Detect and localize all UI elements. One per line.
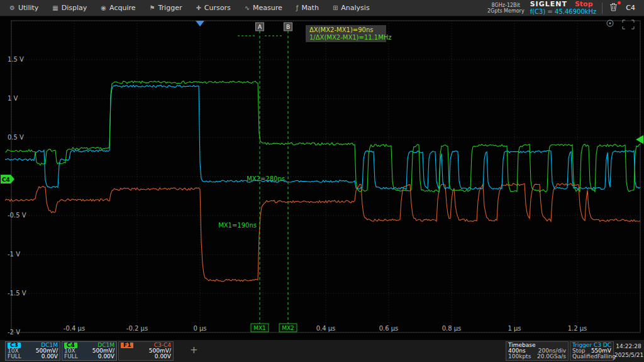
y-axis-label: -2 V	[8, 329, 20, 336]
brand-block: SIGLENT Stop f(C3) = 45.46900kHz	[530, 1, 597, 16]
trigger-panel[interactable]: Trigger C3 DC Stop 550mV Qualified Falli…	[570, 341, 614, 361]
x-axis-label: 0.4 µs	[316, 325, 336, 332]
screenshot-icon-dot	[609, 23, 611, 25]
x-axis-label: 0.6 µs	[379, 325, 399, 332]
hardware-info: 8GHz-12Bit 2Gpts Memory	[487, 3, 525, 14]
x-axis-label: 0 µs	[193, 325, 206, 332]
hw-memory: 2Gpts Memory	[487, 8, 525, 14]
trace-f1	[5, 184, 640, 282]
menu-trigger[interactable]: ⚑Trigger	[143, 0, 189, 16]
menu-math[interactable]: ƒMath	[289, 0, 326, 16]
f1-badge: F1	[121, 343, 133, 348]
menu-label: Trigger	[158, 4, 182, 12]
display-icon: ▦	[52, 4, 58, 11]
x-axis-label: -0.4 µs	[64, 325, 85, 332]
y-axis-label: 1 V	[8, 95, 18, 102]
timebase-points: 100kpts	[508, 354, 531, 359]
cursors-icon: ✚	[196, 4, 201, 11]
menu-label: Acquire	[109, 4, 135, 12]
siglent-logo: SIGLENT	[530, 1, 567, 8]
channel-descriptor-c4[interactable]: C4 DC1M 10X 500mV/ FULL 0.00V	[62, 341, 117, 361]
menubar-right: 8GHz-12Bit 2Gpts Memory SIGLENT Stop f(C…	[487, 1, 644, 16]
y-axis-label: -1.5 V	[8, 290, 26, 297]
separator	[602, 3, 602, 14]
trigger-icon: ⚑	[150, 4, 155, 11]
y-axis-label: 0.5 V	[8, 134, 24, 141]
cursor-delta-x: ΔX(MX2-MX1)=90ns	[309, 26, 373, 33]
clock[interactable]: 14:22:28 2025/5/21	[614, 342, 643, 359]
trace-c3	[5, 85, 640, 189]
frequency-counter: f(C3) = 45.46900kHz	[530, 8, 597, 16]
menu-items: ⚙Utility▦Display◉Acquire⚑Trigger✚Cursors…	[0, 0, 377, 16]
menu-display[interactable]: ▦Display	[45, 0, 94, 16]
menu-acquire[interactable]: ◉Acquire	[94, 0, 142, 16]
cursor-b-handle-label: B	[286, 24, 290, 30]
menu-label: Math	[301, 4, 319, 12]
acquire-icon: ◉	[101, 4, 106, 11]
x-axis-label: 0.8 µs	[442, 325, 462, 332]
trigger-level-marker[interactable]	[636, 135, 643, 144]
menu-cursors[interactable]: ✚Cursors	[189, 0, 237, 16]
menu-analysis[interactable]: ⊞Analysis	[326, 0, 377, 16]
c4-bandwidth: FULL	[64, 354, 78, 359]
x-axis-label: 1 µs	[508, 325, 521, 332]
trash-glyph	[609, 3, 618, 11]
trace-c4	[5, 81, 640, 192]
y-axis-label: -1 V	[8, 251, 20, 258]
menu-label: Utility	[18, 4, 38, 12]
utility-icon: ⚙	[9, 4, 15, 11]
waveform-display: 1.5 V1 V0.5 V-0.5 V-1 V-1.5 V-2 V-0.4 µs…	[0, 16, 644, 339]
menu-label: Analysis	[341, 4, 369, 12]
trigger-slope: Falling	[597, 354, 616, 359]
x-axis-label: 1.2 µs	[568, 325, 587, 332]
trigger-type: Qualified	[572, 354, 597, 359]
trigger-position-marker[interactable]	[196, 21, 204, 26]
analysis-icon: ⊞	[333, 4, 338, 11]
cursor-a-handle-label: A	[258, 24, 262, 30]
grid	[11, 21, 640, 332]
bottom-status-bar: C3 DC1M 10X 500mV/ FULL 0.00V C4 DC1M 10…	[0, 339, 644, 362]
hw-bandwidth: 8GHz-12Bit	[487, 3, 525, 8]
drag-handle-icon[interactable]: +	[190, 344, 198, 356]
math-icon: ƒ	[296, 4, 299, 11]
math-descriptor-f1[interactable]: F1 C3-C4 500mV/ 0.00V	[118, 341, 174, 361]
c3-bandwidth: FULL	[8, 354, 21, 359]
c4-offset: 0.00V	[98, 354, 114, 359]
cursor-a-tag-label: MX1	[253, 325, 266, 331]
top-menubar: ⚙Utility▦Display◉Acquire⚑Trigger✚Cursors…	[0, 0, 644, 16]
clock-date: 2025/5/21	[614, 351, 643, 359]
x-axis-label: -0.2 µs	[126, 325, 148, 332]
oscilloscope-ui: ⚙Utility▦Display◉Acquire⚑Trigger✚Cursors…	[0, 0, 644, 362]
menu-measure[interactable]: ∿Measure	[238, 0, 289, 16]
active-channel-selector[interactable]: C4	[625, 4, 640, 12]
c4-ground-label: C4	[2, 177, 10, 183]
menu-label: Cursors	[204, 4, 231, 12]
acquisition-status[interactable]: Stop	[575, 1, 593, 8]
notification-dot	[618, 1, 621, 4]
y-axis-label: 1.5 V	[8, 56, 24, 63]
mx1-value-label: MX1=190ns	[218, 222, 257, 229]
channel-descriptor-c3[interactable]: C3 DC1M 10X 500mV/ FULL 0.00V	[5, 341, 60, 361]
cursor-delta-freq: 1/ΔX(MX2-MX1)=11.1MHz	[309, 34, 392, 41]
plot-svg: 1.5 V1 V0.5 V-0.5 V-1 V-1.5 V-2 V-0.4 µs…	[0, 16, 644, 339]
y-axis-label: -0.5 V	[8, 212, 26, 219]
mx2-value-label: MX2=280ns	[247, 175, 285, 182]
cursor-b-tag-label: MX2	[282, 325, 294, 331]
menu-label: Measure	[253, 4, 282, 12]
c3-offset: 0.00V	[42, 354, 58, 359]
f1-offset: 0.00V	[155, 354, 171, 359]
menu-utility[interactable]: ⚙Utility	[3, 0, 45, 16]
trash-icon[interactable]	[608, 3, 619, 13]
timebase-panel[interactable]: Timebase 400ns 200ns/div 100kpts 20.0GSa…	[506, 341, 569, 361]
measure-icon: ∿	[245, 4, 250, 11]
timebase-rate: 20.0GSa/s	[537, 354, 566, 359]
fullscreen-icon[interactable]	[623, 20, 634, 29]
menu-label: Display	[62, 4, 87, 12]
clock-time: 14:22:28	[614, 342, 643, 351]
